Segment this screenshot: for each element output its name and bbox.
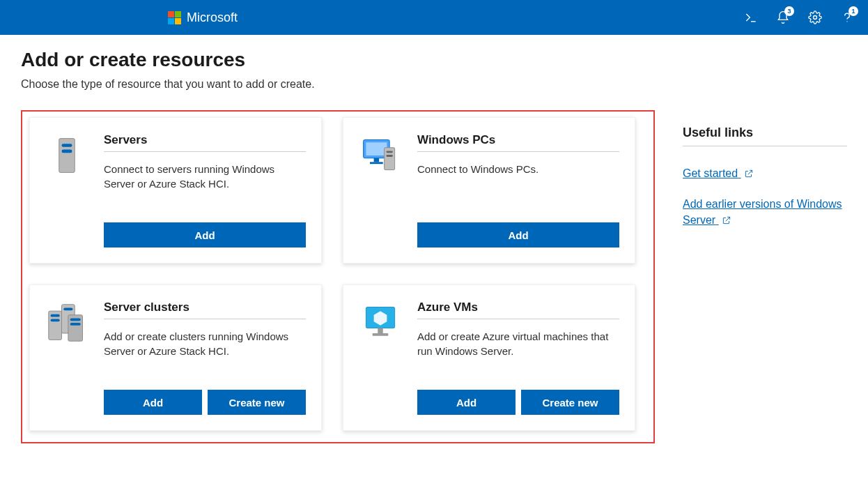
add-button[interactable]: Add xyxy=(104,390,202,415)
card-description: Add or create clusters running Windows S… xyxy=(104,329,306,358)
svg-rect-20 xyxy=(70,318,81,321)
svg-rect-18 xyxy=(51,319,60,321)
link-label: Add earlier versions of Windows Server xyxy=(683,198,842,225)
external-link-icon xyxy=(744,167,754,183)
page-title: Add or create resources xyxy=(21,49,655,71)
server-icon xyxy=(42,133,91,247)
external-link-icon xyxy=(722,214,731,229)
topbar-actions: 3 1 xyxy=(741,8,862,27)
azure-vm-icon xyxy=(356,300,405,415)
card-windows-pcs: Windows PCs Connect to Windows PCs. Add xyxy=(343,117,635,264)
help-icon[interactable]: 1 xyxy=(837,8,857,27)
svg-rect-10 xyxy=(370,162,383,164)
main-column: Add or create resources Choose the type … xyxy=(21,49,655,443)
svg-rect-6 xyxy=(62,150,72,153)
card-server-clusters: Server clusters Add or create clusters r… xyxy=(29,284,322,431)
add-button[interactable]: Add xyxy=(417,390,516,415)
card-description: Add or create Azure virtual machines tha… xyxy=(417,329,619,358)
svg-rect-9 xyxy=(374,158,380,162)
svg-rect-5 xyxy=(62,144,72,147)
svg-point-2 xyxy=(846,21,847,22)
settings-icon[interactable] xyxy=(805,8,825,27)
link-add-earlier-versions[interactable]: Add earlier versions of Windows Server xyxy=(683,197,847,228)
svg-rect-21 xyxy=(70,323,81,326)
microsoft-logo[interactable]: Microsoft xyxy=(167,10,238,25)
add-button[interactable]: Add xyxy=(104,222,306,247)
create-new-button[interactable]: Create new xyxy=(208,390,306,415)
link-get-started[interactable]: Get started xyxy=(683,166,754,181)
server-cluster-icon xyxy=(42,300,91,415)
card-servers: Servers Connect to servers running Windo… xyxy=(29,117,322,264)
card-title: Windows PCs xyxy=(417,133,619,152)
page-body: Add or create resources Choose the type … xyxy=(0,35,868,464)
svg-rect-15 xyxy=(63,307,72,310)
svg-point-1 xyxy=(814,16,817,20)
cloud-shell-icon[interactable] xyxy=(741,8,761,27)
card-title: Servers xyxy=(104,133,306,152)
useful-links-sidebar: Useful links Get started Add earlier ver… xyxy=(683,49,847,243)
useful-links-heading: Useful links xyxy=(683,125,847,146)
svg-rect-13 xyxy=(386,155,392,157)
brand-label: Microsoft xyxy=(187,10,238,25)
card-title: Azure VMs xyxy=(417,300,619,319)
card-description: Connect to Windows PCs. xyxy=(417,162,619,176)
svg-rect-3 xyxy=(59,139,75,173)
card-grid: Servers Connect to servers running Windo… xyxy=(29,117,646,431)
create-new-button[interactable]: Create new xyxy=(521,390,619,415)
notifications-icon[interactable]: 3 xyxy=(773,8,793,27)
cards-highlight-box: Servers Connect to servers running Windo… xyxy=(21,110,655,443)
page-subtitle: Choose the type of resource that you wan… xyxy=(21,78,655,91)
pc-icon xyxy=(356,133,405,247)
link-label: Get started xyxy=(683,167,738,179)
notifications-badge: 3 xyxy=(784,6,794,16)
svg-rect-12 xyxy=(386,151,392,153)
svg-rect-17 xyxy=(51,314,60,317)
svg-rect-25 xyxy=(373,333,389,336)
top-bar: Microsoft 3 1 xyxy=(0,0,868,35)
svg-rect-24 xyxy=(378,328,383,334)
card-azure-vms: Azure VMs Add or create Azure virtual ma… xyxy=(343,284,635,431)
help-badge: 1 xyxy=(848,6,858,16)
svg-rect-8 xyxy=(366,142,387,155)
microsoft-logo-icon xyxy=(167,10,181,24)
card-description: Connect to servers running Windows Serve… xyxy=(104,162,306,191)
card-title: Server clusters xyxy=(104,300,306,319)
add-button[interactable]: Add xyxy=(417,222,619,247)
